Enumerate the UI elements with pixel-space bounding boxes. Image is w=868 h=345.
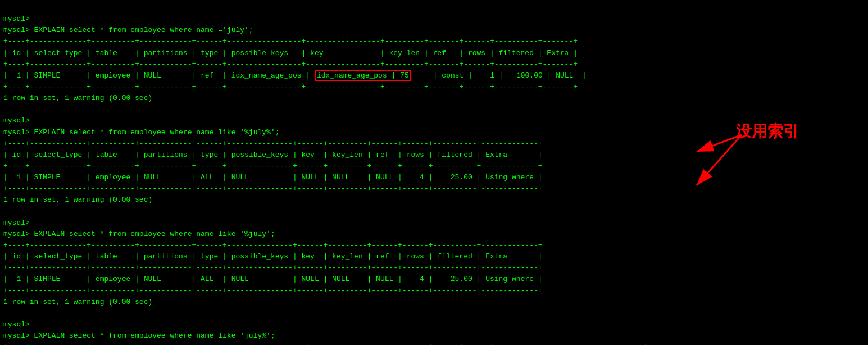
sep1a: +----+-------------+----------+---------… bbox=[3, 60, 578, 69]
header1: +----+-------------+----------+---------… bbox=[3, 37, 578, 46]
no-index-arrow bbox=[685, 101, 798, 214]
cmd1: mysql> EXPLAIN select * from employee wh… bbox=[3, 26, 253, 34]
header2: +----+-------------+----------+---------… bbox=[3, 139, 543, 148]
datarow2: | 1 | SIMPLE | employee | NULL | ALL | N… bbox=[3, 173, 543, 181]
colheader1: | id | select_type | table | partitions … bbox=[3, 49, 578, 57]
datarow1: | 1 | SIMPLE | employee | NULL | ref | i… bbox=[3, 71, 587, 80]
sep2a: +----+-------------+----------+---------… bbox=[3, 162, 543, 170]
datarow3: | 1 | SIMPLE | employee | NULL | ALL | N… bbox=[3, 275, 543, 283]
cmd3: mysql> EXPLAIN select * from employee wh… bbox=[3, 230, 275, 238]
sep3a: +----+-------------+----------+---------… bbox=[3, 264, 543, 272]
footer1: 1 row in set, 1 warning (0.00 sec) bbox=[3, 94, 152, 102]
prompt1: mysql> bbox=[3, 15, 30, 23]
footer3: 1 row in set, 1 warning (0.00 sec) bbox=[3, 298, 152, 306]
sep3b: +----+-------------+----------+---------… bbox=[3, 287, 543, 295]
colheader3: | id | select_type | table | partitions … bbox=[3, 252, 543, 261]
cmd2: mysql> EXPLAIN select * from employee wh… bbox=[3, 128, 279, 137]
no-index-label: 没用索引 bbox=[736, 121, 799, 142]
colheader2: | id | select_type | table | partitions … bbox=[3, 151, 543, 159]
blank2: mysql> bbox=[3, 219, 30, 227]
header4: +----+-------------+----------+---------… bbox=[3, 343, 648, 345]
blank3: mysql> bbox=[3, 320, 30, 329]
sep2b: +----+-------------+----------+---------… bbox=[3, 184, 543, 193]
sep1b: +----+-------------+----------+---------… bbox=[3, 83, 578, 91]
highlighted-key1: idx_name_age_pos | 75 bbox=[315, 70, 411, 81]
footer2: 1 row in set, 1 warning (0.00 sec) bbox=[3, 196, 152, 204]
cmd4: mysql> EXPLAIN select * from employee wh… bbox=[3, 332, 275, 340]
blank1: mysql> bbox=[3, 116, 30, 125]
header3: +----+-------------+----------+---------… bbox=[3, 241, 543, 249]
